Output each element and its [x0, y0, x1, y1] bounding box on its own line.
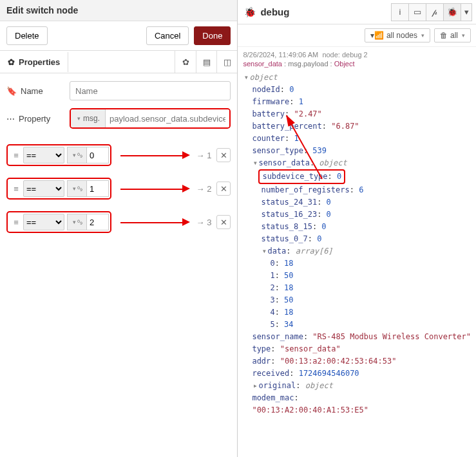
ellipsis-icon: ⋯: [6, 114, 15, 124]
operator-select[interactable]: ==: [23, 147, 64, 163]
clear-filter-label: all: [450, 31, 458, 40]
output-label: → 2: [196, 184, 212, 194]
context-tab-icon[interactable]: 𝓅: [426, 3, 444, 21]
name-label-text: Name: [21, 86, 43, 96]
help-tab-icon[interactable]: ▭: [408, 3, 426, 21]
trash-icon: 🗑: [440, 31, 448, 40]
debug-panel-title: 🐞 debug: [242, 6, 392, 18]
info-tab-icon[interactable]: i: [391, 3, 409, 21]
property-field[interactable]: ▾ msg.: [70, 108, 231, 129]
highlight-subdevice-type: subdevice_type: 0: [258, 169, 345, 184]
name-label: 🔖 Name: [6, 86, 64, 96]
debug-timestamp: 8/26/2024, 11:49:06 AM node: debug 2: [238, 47, 476, 59]
tab-properties[interactable]: ✿ Properties: [0, 52, 68, 72]
tag-icon: 🔖: [6, 86, 17, 96]
caret-down-icon: ▾: [77, 115, 81, 122]
grip-icon[interactable]: ≡: [9, 184, 23, 194]
remove-rule-button[interactable]: ✕: [216, 215, 231, 229]
property-label: ⋯ Property: [6, 114, 64, 124]
rule-row: ≡ == ▾⁰₉ → 2 ✕: [6, 178, 231, 200]
rule-row: ≡ == ▾⁰₉ → 3 ✕: [6, 211, 231, 233]
gear-icon: ✿: [8, 57, 15, 67]
appearance-icon[interactable]: ◫: [216, 51, 237, 73]
debug-path: sensor_data : msg.payload : Object: [238, 59, 476, 70]
msg-prefix-pill[interactable]: ▾ msg.: [71, 109, 106, 127]
filter-icon: ▾📶: [370, 31, 384, 40]
more-tabs-button[interactable]: ▾: [461, 3, 472, 21]
name-input[interactable]: [70, 81, 231, 100]
value-input[interactable]: [87, 180, 109, 197]
output-label: → 3: [196, 218, 212, 227]
remove-rule-button[interactable]: ✕: [216, 182, 231, 196]
number-type-pill[interactable]: ▾⁰₉: [67, 147, 87, 163]
bug-icon: 🐞: [244, 6, 256, 18]
operator-select[interactable]: ==: [23, 214, 64, 230]
value-input[interactable]: [87, 147, 109, 163]
remove-rule-button[interactable]: ✕: [216, 148, 231, 162]
clear-filter-button[interactable]: 🗑 all ▾: [434, 28, 471, 42]
tab-properties-label: Properties: [19, 57, 60, 67]
grip-icon[interactable]: ≡: [9, 218, 23, 227]
msg-prefix-text: msg.: [83, 114, 100, 123]
output-label: → 1: [196, 151, 212, 160]
panel-title: Edit switch node: [0, 0, 237, 21]
number-type-pill[interactable]: ▾⁰₉: [67, 180, 87, 197]
doc-icon[interactable]: ▤: [196, 51, 216, 73]
debug-tree[interactable]: ▾object nodeId: 0 firmware: 1 battery: "…: [238, 70, 476, 424]
delete-button[interactable]: Delete: [6, 26, 48, 45]
settings-icon[interactable]: ✿: [175, 51, 196, 73]
filter-nodes-button[interactable]: ▾📶 all nodes ▾: [365, 28, 430, 42]
cancel-button[interactable]: Cancel: [146, 26, 189, 45]
debug-tab-icon[interactable]: 🐞: [443, 3, 461, 21]
property-label-text: Property: [19, 114, 50, 124]
value-input[interactable]: [87, 214, 109, 230]
grip-icon[interactable]: ≡: [9, 151, 23, 160]
property-input[interactable]: [106, 109, 229, 127]
filter-nodes-label: all nodes: [386, 31, 417, 40]
operator-select[interactable]: ==: [23, 180, 64, 197]
number-type-pill[interactable]: ▾⁰₉: [67, 214, 87, 230]
done-button[interactable]: Done: [194, 26, 231, 45]
rule-row: ≡ == ▾⁰₉ → 1 ✕: [6, 144, 231, 166]
